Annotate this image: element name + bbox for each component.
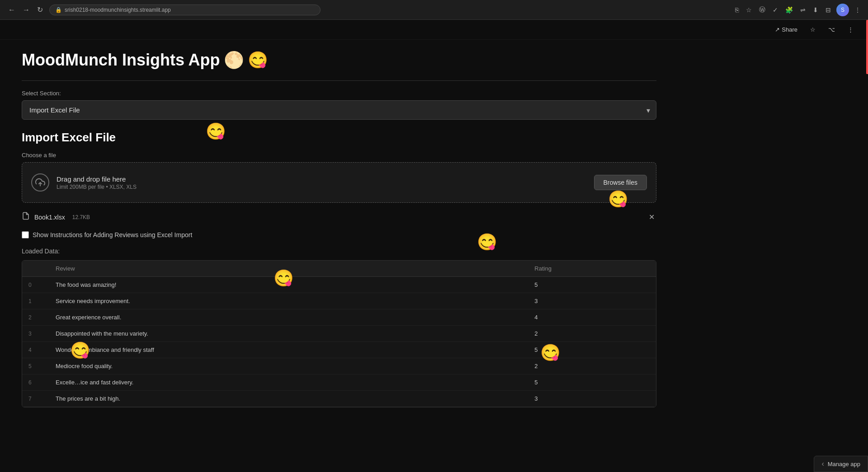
loaded-data-label: Loaded Data:: [22, 248, 656, 255]
cell-index: 5: [22, 358, 49, 374]
main-content: MoodMunch Insights App 🌕 😋 Select Sectio…: [0, 40, 678, 418]
puzzle-button[interactable]: 🧩: [783, 5, 795, 15]
cell-rating: 2: [528, 326, 656, 342]
uploaded-file-row: Book1.xlsx 12.7KB ✕: [22, 208, 656, 226]
cell-rating: 3: [528, 391, 656, 407]
github-button[interactable]: ⌥: [825, 24, 839, 35]
nav-buttons: ← → ↻: [5, 4, 46, 16]
cell-index: 7: [22, 391, 49, 407]
cast-button[interactable]: ⎘: [733, 5, 741, 15]
share-icon: ↗: [775, 26, 780, 33]
cell-index: 0: [22, 277, 49, 293]
table-row: 2 Great experience overall. 4: [22, 309, 656, 326]
cell-rating: 5: [528, 277, 656, 293]
translate-button[interactable]: ⇌: [798, 5, 807, 15]
github-icon: ⌥: [828, 26, 835, 33]
section-selector-label: Select Section:: [22, 90, 656, 97]
section-selector-group: Select Section: Import Excel FileAnalysi…: [22, 90, 656, 120]
cell-rating: 5: [528, 342, 656, 358]
cell-review: Great experience overall.: [49, 309, 528, 326]
app-title-text: MoodMunch Insights App: [22, 51, 220, 70]
reload-button[interactable]: ↻: [34, 4, 46, 16]
manage-app-label: Manage app: [828, 461, 860, 467]
upload-left: Drag and drop file here Limit 200MB per …: [31, 173, 137, 192]
wp-button[interactable]: Ⓦ: [757, 4, 767, 16]
file-name: Book1.xlsx: [34, 214, 65, 221]
table-row: 7 The prices are a bit high. 3: [22, 391, 656, 407]
col-review: Review: [49, 261, 528, 277]
remove-file-button[interactable]: ✕: [647, 211, 656, 223]
show-instructions-label: Show Instructions for Adding Reviews usi…: [33, 231, 192, 238]
select-wrapper: Import Excel FileAnalysisVisualization ▾: [22, 100, 656, 120]
col-index: [22, 261, 49, 277]
check-button[interactable]: ✓: [771, 5, 780, 15]
streamlit-topbar: ↗ Share ☆ ⌥ ⋮: [0, 20, 868, 40]
cell-index: 2: [22, 309, 49, 326]
app-title: MoodMunch Insights App 🌕 😋: [22, 51, 656, 70]
cell-index: 3: [22, 326, 49, 342]
checkbox-row: Show Instructions for Adding Reviews usi…: [22, 231, 656, 238]
topbar-menu-button[interactable]: ⋮: [844, 24, 857, 35]
divider: [22, 80, 656, 81]
manage-app-bar[interactable]: ‹ Manage app: [814, 456, 868, 472]
file-icon: [22, 212, 30, 222]
file-upload-area[interactable]: Drag and drop file here Limit 200MB per …: [22, 162, 656, 203]
table-body: 0 The food was amazing! 5 1 Service need…: [22, 277, 656, 407]
menu-icon: ⋮: [848, 26, 854, 33]
download-button[interactable]: ⬇: [811, 5, 820, 15]
bookmark-button[interactable]: ☆: [744, 5, 754, 15]
table-row: 0 The food was amazing! 5: [22, 277, 656, 293]
share-label: Share: [782, 26, 797, 33]
cell-review: Wonderful ambiance and friendly staff: [49, 342, 528, 358]
choose-file-label: Choose a file: [22, 152, 656, 159]
title-emoji1: 🌕: [224, 51, 244, 70]
data-table-wrapper: Review Rating 0 The food was amazing! 5 …: [22, 260, 656, 407]
back-button[interactable]: ←: [5, 4, 18, 16]
star-button[interactable]: ☆: [807, 24, 819, 35]
star-icon: ☆: [810, 26, 816, 33]
share-button[interactable]: ↗ Share: [771, 24, 801, 35]
cell-review: Service needs improvement.: [49, 293, 528, 309]
section-select[interactable]: Import Excel FileAnalysisVisualization: [22, 100, 656, 120]
lock-icon: 🔒: [55, 7, 62, 13]
file-info: Book1.xlsx 12.7KB: [22, 212, 90, 222]
upload-text-group: Drag and drop file here Limit 200MB per …: [57, 175, 137, 190]
cell-rating: 2: [528, 358, 656, 374]
file-size: 12.7KB: [72, 214, 90, 220]
data-table: Review Rating 0 The food was amazing! 5 …: [22, 261, 656, 407]
cell-index: 1: [22, 293, 49, 309]
cell-rating: 4: [528, 309, 656, 326]
red-accent-bar: [866, 20, 868, 74]
cell-review: Disappointed with the menu variety.: [49, 326, 528, 342]
table-row: 4 Wonderful ambiance and friendly staff …: [22, 342, 656, 358]
table-row: 3 Disappointed with the menu variety. 2: [22, 326, 656, 342]
browser-chrome: ← → ↻ 🔒 srish0218-moodmunchinsights.stre…: [0, 0, 868, 20]
show-instructions-checkbox[interactable]: [22, 231, 29, 238]
url-text: srish0218-moodmunchinsights.streamlit.ap…: [65, 7, 171, 13]
avatar[interactable]: S: [836, 4, 849, 16]
title-emoji2: 😋: [248, 51, 268, 70]
cell-rating: 5: [528, 374, 656, 391]
cell-review: The prices are a bit high.: [49, 391, 528, 407]
drag-drop-text: Drag and drop file here: [57, 175, 137, 183]
table-row: 6 Excelle…ice and fast delivery. 5: [22, 374, 656, 391]
cell-review: Excelle…ice and fast delivery.: [49, 374, 528, 391]
browse-files-button[interactable]: Browse files: [594, 175, 647, 190]
more-button[interactable]: ⋮: [853, 5, 863, 15]
cell-index: 4: [22, 342, 49, 358]
limit-text: Limit 200MB per file • XLSX, XLS: [57, 184, 137, 190]
upload-cloud-icon: [31, 173, 49, 192]
forward-button[interactable]: →: [20, 4, 33, 16]
cell-review: Mediocre food quality.: [49, 358, 528, 374]
manage-bar-arrow: ‹: [821, 460, 824, 468]
table-row: 1 Service needs improvement. 3: [22, 293, 656, 309]
cell-index: 6: [22, 374, 49, 391]
cell-review: The food was amazing!: [49, 277, 528, 293]
address-bar[interactable]: 🔒 srish0218-moodmunchinsights.streamlit.…: [49, 5, 321, 15]
split-button[interactable]: ⊟: [824, 5, 833, 15]
cell-rating: 3: [528, 293, 656, 309]
browser-actions: ⎘ ☆ Ⓦ ✓ 🧩 ⇌ ⬇ ⊟ S ⋮: [733, 4, 863, 16]
import-section-title: Import Excel File: [22, 131, 656, 145]
col-rating: Rating: [528, 261, 656, 277]
table-header-row: Review Rating: [22, 261, 656, 277]
